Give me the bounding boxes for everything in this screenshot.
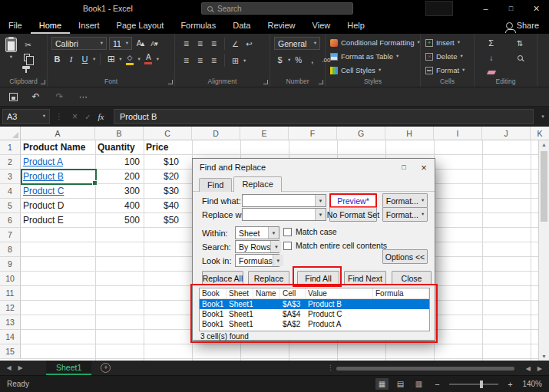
row-header-4[interactable]: 4 — [0, 184, 21, 199]
new-sheet-icon[interactable]: + — [101, 363, 111, 373]
ribbon-tab-file[interactable]: File — [0, 17, 31, 34]
ribbon-tab-data[interactable]: Data — [224, 17, 259, 34]
row-header-8[interactable]: 8 — [0, 242, 21, 257]
column-header-k[interactable]: K — [531, 127, 549, 140]
copy-icon[interactable] — [24, 54, 30, 61]
autosum-icon[interactable] — [481, 37, 502, 49]
expand-formula-bar-icon[interactable]: ▾ — [537, 114, 549, 120]
cell-a4[interactable]: Product C — [23, 184, 94, 199]
match-case-checkbox[interactable]: Match case — [283, 227, 337, 236]
column-header-a[interactable]: A — [21, 127, 95, 140]
wrap-text-icon[interactable] — [243, 38, 255, 50]
customize-qat-icon[interactable] — [78, 91, 89, 103]
clipboard-dialog-launcher[interactable] — [41, 80, 45, 84]
format-as-table-button[interactable]: Format as Table▾ — [330, 51, 415, 62]
save-icon[interactable] — [9, 93, 18, 101]
replace-with-input[interactable]: ▼ — [242, 208, 326, 221]
search-results-list[interactable]: Book Sheet Name Cell Value Formula Book1… — [199, 288, 430, 331]
ribbon-tab-view[interactable]: View — [304, 17, 339, 34]
search-box[interactable]: Search — [201, 2, 353, 15]
select-all-corner[interactable] — [0, 127, 21, 140]
row-header-2[interactable]: 2 — [0, 155, 21, 170]
zoom-level[interactable]: 140% — [522, 380, 542, 388]
row-header-14[interactable]: 14 — [0, 330, 21, 344]
orientation-icon[interactable] — [230, 38, 241, 50]
minimize-icon[interactable] — [473, 0, 498, 17]
close-button[interactable]: Close — [392, 271, 432, 285]
format-painter-icon[interactable] — [22, 66, 30, 69]
insert-cells-button[interactable]: Insert▾ — [425, 37, 469, 48]
row-header-11[interactable]: 11 — [0, 286, 21, 301]
look-in-select[interactable]: Formulas▼ — [235, 254, 279, 267]
find-select-icon[interactable] — [510, 51, 531, 64]
row-header-3[interactable]: 3 — [0, 170, 21, 184]
zoom-out-icon[interactable] — [431, 378, 444, 390]
search-dropdown-icon[interactable]: ▼ — [270, 241, 281, 252]
name-box[interactable]: A3▾ — [2, 109, 50, 124]
align-top-icon[interactable] — [180, 38, 192, 50]
cell-b6[interactable]: 500 — [95, 213, 144, 228]
font-dialog-launcher[interactable] — [168, 80, 173, 84]
number-format-select[interactable]: General▾ — [274, 37, 320, 50]
replace-format-button[interactable]: Format...▾ — [382, 207, 428, 222]
sheet-tab-sheet1[interactable]: Sheet1 — [46, 361, 91, 375]
format-cells-button[interactable]: Format▾ — [425, 64, 469, 76]
within-select[interactable]: Sheet▼ — [235, 226, 279, 239]
font-size-select[interactable]: 11▾ — [109, 37, 132, 50]
column-header-e[interactable]: E — [240, 127, 289, 140]
cell-c2[interactable]: $10 — [144, 155, 192, 170]
comma-format-icon[interactable] — [306, 54, 318, 66]
row-header-7[interactable]: 7 — [0, 228, 21, 242]
underline-icon[interactable] — [79, 53, 91, 65]
ribbon-tab-help[interactable]: Help — [339, 17, 373, 34]
no-format-set-button[interactable]: No Format Set — [329, 207, 377, 222]
sort-filter-icon[interactable] — [510, 37, 531, 49]
ribbon-tab-formulas[interactable]: Formulas — [172, 17, 224, 34]
column-header-i[interactable]: I — [434, 127, 482, 140]
cell-c5[interactable]: $40 — [144, 199, 192, 213]
result-row[interactable]: Book1 Sheet1 $A$2 Product A — [200, 319, 429, 329]
row-header-9[interactable]: 9 — [0, 257, 21, 272]
column-header-j[interactable]: J — [482, 127, 531, 140]
find-what-input[interactable]: ▼ — [242, 194, 326, 207]
cell-b4[interactable]: 300 — [95, 184, 144, 199]
cell-a6[interactable]: Product E — [23, 213, 94, 228]
row-header-1[interactable]: 1 — [0, 140, 21, 155]
look-in-dropdown-icon[interactable]: ▼ — [273, 255, 283, 266]
find-preview-button[interactable]: Preview* — [329, 193, 377, 208]
result-row-selected[interactable]: Book1 Sheet1 $A$3 Product B — [200, 299, 429, 309]
insert-function-icon[interactable] — [94, 112, 107, 121]
font-color-icon[interactable] — [143, 53, 154, 65]
formula-input[interactable]: Product B — [114, 109, 534, 124]
maximize-icon[interactable] — [498, 0, 524, 17]
options-button[interactable]: Options << — [382, 249, 428, 264]
decrease-font-icon[interactable] — [148, 38, 160, 50]
find-next-button[interactable]: Find Next — [344, 271, 386, 285]
column-header-b[interactable]: B — [95, 127, 144, 140]
account-avatar[interactable] — [425, 1, 453, 16]
row-header-12[interactable]: 12 — [0, 301, 21, 315]
cell-c4[interactable]: $30 — [144, 184, 192, 199]
accounting-format-icon[interactable] — [274, 54, 286, 66]
row-header-15[interactable]: 15 — [0, 344, 21, 359]
cell-c3[interactable]: $20 — [144, 170, 192, 184]
fill-color-icon[interactable] — [124, 53, 136, 65]
result-row[interactable]: Book1 Sheet1 $A$4 Product C — [200, 309, 429, 319]
ribbon-tab-review[interactable]: Review — [259, 17, 303, 34]
zoom-slider[interactable] — [449, 384, 498, 385]
row-header-5[interactable]: 5 — [0, 199, 21, 213]
bold-icon[interactable] — [51, 53, 63, 65]
find-format-button[interactable]: Format...▾ — [382, 193, 428, 208]
search-select[interactable]: By Rows▼ — [235, 240, 279, 253]
cell-c6[interactable]: $50 — [144, 213, 192, 228]
sheet-nav-right-icon[interactable]: ▶ — [15, 364, 26, 371]
cell-a2[interactable]: Product A — [23, 155, 94, 170]
find-all-button[interactable]: Find All — [297, 271, 339, 285]
tab-scroll-splitter[interactable]: ⋮ — [327, 364, 334, 371]
normal-view-icon[interactable] — [375, 378, 389, 390]
column-header-g[interactable]: G — [337, 127, 385, 140]
italic-icon[interactable] — [65, 53, 77, 65]
align-left-icon[interactable] — [180, 54, 192, 67]
horizontal-scroll-thumb[interactable] — [336, 367, 514, 371]
row-header-10[interactable]: 10 — [0, 272, 21, 286]
